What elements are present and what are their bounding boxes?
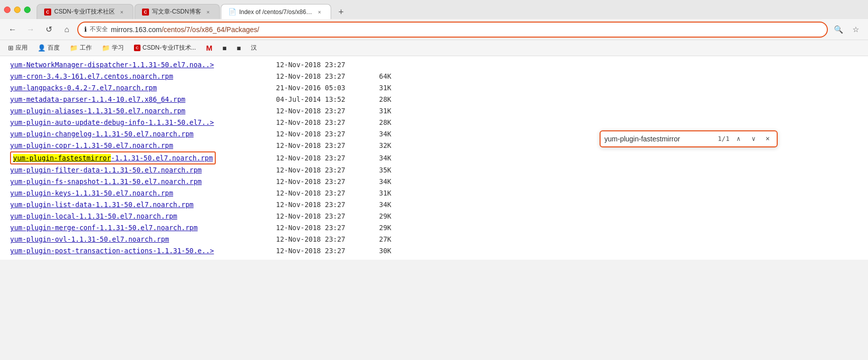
find-input[interactable] [605, 135, 715, 143]
han-icon: 汉 [251, 44, 257, 52]
file-link[interactable]: yum-plugin-aliases-1.1.31-50.el7.noarch.… [10, 107, 186, 115]
table-row: yum-plugin-filter-data-1.1.31-50.el7.noa… [10, 164, 858, 176]
file-link[interactable]: yum-plugin-merge-conf-1.1.31-50.el7.noar… [10, 224, 198, 232]
file-date: 12-Nov-2018 23:27 [276, 71, 356, 82]
tab-close-1[interactable]: × [118, 8, 126, 16]
csdn-label: CSDN-专业IT技术... [142, 44, 196, 52]
bookmark-work[interactable]: 📁 工作 [67, 43, 95, 53]
bookmark-extra1[interactable]: ■ [219, 43, 229, 53]
file-link[interactable]: yum-langpacks-0.4.2-7.el7.noarch.rpm [10, 84, 157, 92]
file-size: 31K [371, 82, 391, 94]
bookmark-extra2[interactable]: ■ [234, 43, 244, 53]
tab-close-3[interactable]: × [316, 8, 324, 16]
bookmark-han[interactable]: 汉 [248, 43, 260, 53]
back-button[interactable]: ← [5, 22, 20, 37]
tab-index[interactable]: 📄 Index of /centos/7/os/x86_64/P × [221, 4, 331, 19]
tab-label-2: 写文章-CSDN博客 [152, 8, 201, 16]
tab-bar: C CSDN-专业IT技术社区 × C 写文章-CSDN博客 × 📄 Index… [37, 0, 864, 19]
table-row: yum-plugin-keys-1.1.31-50.el7.noarch.rpm… [10, 188, 858, 199]
bookmark-study[interactable]: 📁 学习 [99, 43, 127, 53]
forward-button[interactable]: → [23, 22, 38, 37]
file-size: 28K [371, 94, 391, 105]
back-icon: ← [9, 25, 17, 34]
file-link[interactable]: yum-plugin-changelog-1.1.31-50.el7.noarc… [10, 130, 194, 138]
file-link[interactable]: yum-plugin-local-1.1.31-50.el7.noarch.rp… [10, 212, 177, 220]
find-prev-button[interactable]: ∧ [733, 133, 745, 145]
tab-write[interactable]: C 写文章-CSDN博客 × [134, 4, 220, 19]
tab-favicon-1: C [44, 9, 51, 16]
bookmark-baidu[interactable]: 👤 百度 [35, 43, 63, 53]
apps-icon: ⊞ [8, 44, 14, 52]
find-next-button[interactable]: ∨ [748, 133, 760, 145]
bookmark-csdn[interactable]: C CSDN-专业IT技术... [131, 43, 199, 53]
work-folder-icon: 📁 [70, 44, 78, 52]
reload-icon: ↺ [46, 25, 52, 34]
baidu-label: 百度 [48, 44, 60, 52]
new-tab-button[interactable]: + [334, 5, 348, 19]
file-date: 12-Nov-2018 23:27 [276, 199, 356, 211]
work-label: 工作 [80, 44, 92, 52]
table-row: yum-plugin-aliases-1.1.31-50.el7.noarch.… [10, 105, 858, 117]
file-size: 31K [371, 188, 391, 199]
close-button[interactable] [4, 7, 11, 13]
file-date: 12-Nov-2018 23:27 [276, 188, 356, 199]
file-link[interactable]: yum-plugin-ovl-1.1.31-50.el7.noarch.rpm [10, 235, 169, 243]
file-date: 12-Nov-2018 23:27 [276, 245, 356, 257]
file-link-highlighted[interactable]: yum-plugin-fastestmirror-1.1.31-50.el7.n… [13, 154, 213, 162]
file-size: 29K [371, 222, 391, 234]
file-size: 32K [371, 140, 391, 151]
file-size: 34K [371, 199, 391, 211]
file-size: 27K [371, 234, 391, 245]
table-row: yum-NetworkManager-dispatcher-1.1.31-50.… [10, 59, 858, 71]
file-link[interactable]: yum-metadata-parser-1.1.4-10.el7.x86_64.… [10, 95, 186, 103]
tab-favicon-2: C [142, 9, 149, 16]
file-link[interactable]: yum-plugin-copr-1.1.31-50.el7.noarch.rpm [10, 141, 173, 149]
search-icon: 🔍 [834, 25, 843, 34]
search-page-button[interactable]: 🔍 [831, 22, 846, 37]
address-url: mirrors.163.com/centos/7/os/x86_64/Packa… [111, 26, 821, 34]
baidu-icon: 👤 [38, 44, 46, 52]
bookmark-m[interactable]: M [203, 43, 216, 53]
tab-close-2[interactable]: × [204, 8, 212, 16]
file-size: 30K [371, 245, 391, 257]
file-link[interactable]: yum-plugin-keys-1.1.31-50.el7.noarch.rpm [10, 189, 173, 197]
page-content: 1/1 ∧ ∨ × yum-NetworkManager-dispatcher-… [0, 56, 868, 260]
file-link[interactable]: yum-plugin-auto-update-debug-info-1.1.31… [10, 118, 214, 126]
file-link[interactable]: yum-NetworkManager-dispatcher-1.1.31-50.… [10, 61, 214, 69]
find-count: 1/1 [718, 133, 730, 144]
titlebar: C CSDN-专业IT技术社区 × C 写文章-CSDN博客 × 📄 Index… [0, 0, 868, 19]
forward-icon: → [27, 25, 35, 34]
table-row: yum-plugin-ovl-1.1.31-50.el7.noarch.rpm1… [10, 234, 858, 245]
home-button[interactable]: ⌂ [59, 22, 74, 37]
table-row: yum-plugin-local-1.1.31-50.el7.noarch.rp… [10, 211, 858, 222]
table-row: yum-plugin-post-transaction-actions-1.1.… [10, 245, 858, 257]
file-size: 31K [371, 105, 391, 117]
reload-button[interactable]: ↺ [41, 22, 56, 37]
extra2-icon: ■ [237, 44, 241, 52]
find-close-button[interactable]: × [763, 134, 773, 144]
tab-csdn[interactable]: C CSDN-专业IT技术社区 × [37, 4, 133, 19]
file-link[interactable]: yum-plugin-filter-data-1.1.31-50.el7.noa… [10, 166, 202, 174]
csdn-favicon-bookmark: C [134, 45, 140, 51]
file-link[interactable]: yum-plugin-fs-snapshot-1.1.31-50.el7.noa… [10, 177, 202, 186]
bookmark-apps[interactable]: ⊞ 应用 [5, 43, 31, 53]
security-icon: ℹ [84, 26, 87, 33]
minimize-button[interactable] [14, 7, 21, 13]
bookmark-icon: ☆ [852, 25, 859, 34]
file-link[interactable]: yum-cron-3.4.3-161.el7.centos.noarch.rpm [10, 72, 173, 80]
home-icon: ⌂ [64, 25, 69, 34]
file-link[interactable]: yum-plugin-post-transaction-actions-1.1.… [10, 247, 214, 255]
study-label: 学习 [112, 44, 124, 52]
address-bar[interactable]: ℹ 不安全 mirrors.163.com/centos/7/os/x86_64… [77, 22, 828, 38]
maximize-button[interactable] [24, 7, 31, 13]
table-row: yum-plugin-fastestmirror-1.1.31-50.el7.n… [10, 151, 858, 165]
file-date: 12-Nov-2018 23:27 [276, 105, 356, 117]
bookmark-button[interactable]: ☆ [848, 22, 863, 37]
table-row: yum-plugin-auto-update-debug-info-1.1.31… [10, 117, 858, 128]
tab-favicon-3: 📄 [228, 8, 236, 16]
file-date: 04-Jul-2014 13:52 [276, 94, 356, 105]
file-date: 12-Nov-2018 23:27 [276, 211, 356, 222]
file-date: 12-Nov-2018 23:27 [276, 59, 356, 71]
file-size: 34K [371, 176, 391, 188]
file-link[interactable]: yum-plugin-list-data-1.1.31-50.el7.noarc… [10, 201, 194, 209]
